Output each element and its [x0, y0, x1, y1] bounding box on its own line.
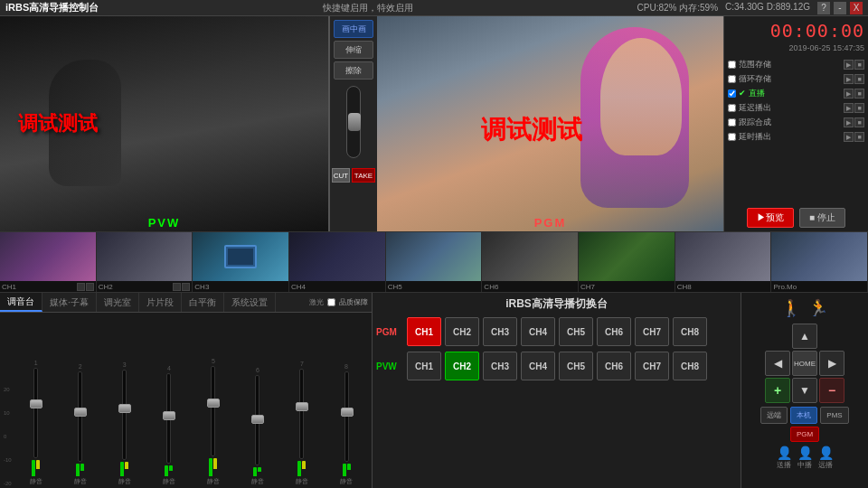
opt-btn-6a[interactable]: ▶ [844, 132, 854, 142]
tab-settings[interactable]: 系统设置 [224, 293, 276, 312]
fader-handle-5[interactable] [207, 399, 220, 408]
help-button[interactable]: ? [817, 2, 830, 14]
home-button[interactable]: HOME [792, 351, 817, 376]
opt-btn-6b[interactable]: ■ [854, 132, 864, 142]
mute-btn-2[interactable]: 静音 [74, 477, 87, 486]
pvw-ch3-btn[interactable]: CH3 [483, 352, 517, 380]
mode-remote-btn[interactable]: 远端 [760, 407, 788, 424]
option-cb-2[interactable] [728, 75, 736, 83]
tab-mixer[interactable]: 调音台 [0, 293, 42, 312]
opt-btn-5b[interactable]: ■ [854, 117, 864, 127]
opt-btn-3a[interactable]: ▶ [844, 89, 854, 99]
shortcut-hint: 快捷键启用，特效启用 [323, 2, 413, 14]
pvw-ch2-btn[interactable]: CH2 [445, 352, 479, 380]
pvw-ch7-btn[interactable]: CH7 [635, 352, 669, 380]
pgm-ch1-btn[interactable]: CH1 [407, 317, 441, 346]
opt-btn-2a[interactable]: ▶ [844, 74, 854, 84]
plus-button[interactable]: + [765, 378, 790, 403]
pgm-ch8-btn[interactable]: CH8 [673, 317, 707, 346]
mute-btn-8[interactable]: 静音 [340, 477, 353, 486]
thumb-ch1[interactable]: CH1 [0, 232, 97, 292]
transition-slider[interactable] [346, 86, 361, 158]
thumb-ch7[interactable]: CH7 [579, 232, 675, 292]
fader-vu-3 [120, 462, 128, 476]
fader-handle-6[interactable] [251, 415, 264, 424]
pvw-ch8-btn[interactable]: CH8 [673, 352, 707, 380]
down-button[interactable]: ▼ [792, 378, 817, 403]
transition-mode-1[interactable]: 画中画 [334, 20, 373, 38]
date-display: 2019-06-25 15:47:35 [728, 43, 864, 52]
close-button[interactable]: X [850, 2, 863, 14]
tab-whitebalance[interactable]: 白平衡 [182, 293, 224, 312]
mode-pms-btn[interactable]: PMS [820, 407, 848, 424]
mute-btn-7[interactable]: 静音 [296, 477, 308, 486]
transition-mode-2[interactable]: 伸缩 [334, 41, 373, 59]
pvw-overlay-text: 调试测试 [18, 110, 98, 137]
thumb-ch1-visual [0, 232, 96, 281]
cpu-info: CPU:82% 内存:59% [637, 2, 718, 14]
opt-btn-2b[interactable]: ■ [854, 74, 864, 84]
person-label-1: 送播 [777, 460, 791, 470]
thumb-ch5[interactable]: CH5 [386, 232, 483, 292]
preview-button[interactable]: ▶预览 [747, 208, 794, 228]
mixer-laser-cb[interactable] [327, 298, 335, 306]
option-cb-1[interactable] [728, 61, 736, 69]
pgm-ch6-btn[interactable]: CH6 [597, 317, 631, 346]
fader-handle-4[interactable] [163, 411, 175, 420]
fader-handle-8[interactable] [341, 408, 354, 417]
pvw-ch4-btn[interactable]: CH4 [521, 352, 555, 380]
tab-clips[interactable]: 片片段 [139, 293, 182, 312]
fader-handle-7[interactable] [296, 402, 308, 411]
opt-btn-3b[interactable]: ■ [854, 89, 864, 99]
thumb-ch4[interactable]: CH4 [289, 232, 386, 292]
option-cb-4[interactable] [728, 104, 736, 112]
right-button[interactable]: ▶ [819, 351, 844, 376]
opt-btn-5a[interactable]: ▶ [844, 117, 854, 127]
thumb-promo[interactable]: Pro.Mo [771, 232, 868, 292]
mute-btn-6[interactable]: 静音 [251, 477, 264, 486]
opt-btn-1b[interactable]: ■ [854, 60, 864, 70]
tab-subtitle[interactable]: 媒体·子幕 [42, 293, 97, 312]
up-button[interactable]: ▲ [792, 324, 817, 349]
mute-btn-4[interactable]: 静音 [163, 477, 175, 486]
pgm-ch5-btn[interactable]: CH5 [559, 317, 593, 346]
option-cb-6[interactable] [728, 133, 736, 141]
fader-track-7 [299, 369, 304, 459]
pvw-ch1-btn[interactable]: CH1 [407, 352, 441, 380]
thumb-ch6-visual [482, 232, 578, 281]
fader-vu-6 [253, 467, 261, 476]
opt-btn-4a[interactable]: ▶ [844, 103, 854, 113]
thumb-ch2[interactable]: CH2 [97, 232, 193, 292]
mute-btn-1[interactable]: 静音 [30, 477, 42, 486]
stop-button[interactable]: ■ 停止 [799, 208, 845, 228]
fader-6: 6 静音 [236, 367, 279, 486]
pgm-ch2-btn[interactable]: CH2 [445, 317, 479, 346]
fader-handle-3[interactable] [118, 404, 131, 413]
opt-btn-1a[interactable]: ▶ [844, 60, 854, 70]
thumb-ch8[interactable]: CH8 [675, 232, 772, 292]
pgm-ch4-btn[interactable]: CH4 [521, 317, 555, 346]
mode-local-btn[interactable]: 本机 [790, 407, 817, 424]
cut-button[interactable]: CUT [332, 168, 350, 183]
thumb-ch6[interactable]: CH6 [482, 232, 579, 292]
fader-handle-2[interactable] [74, 408, 87, 417]
option-cb-3[interactable] [728, 89, 736, 98]
take-button[interactable]: TAKE [352, 168, 375, 183]
mute-btn-5[interactable]: 静音 [207, 477, 220, 486]
option-cb-5[interactable] [728, 118, 736, 127]
mode-pgm-btn[interactable]: PGM [790, 427, 819, 442]
fader-handle-1[interactable] [30, 399, 42, 408]
pgm-ch7-btn[interactable]: CH7 [635, 317, 669, 346]
mute-btn-3[interactable]: 静音 [118, 477, 131, 486]
left-button[interactable]: ◀ [765, 351, 790, 376]
minus-button[interactable]: − [819, 378, 844, 403]
pgm-ch3-btn[interactable]: CH3 [483, 317, 517, 346]
pvw-ch5-btn[interactable]: CH5 [559, 352, 593, 380]
pvw-ch6-btn[interactable]: CH6 [597, 352, 631, 380]
minimize-button[interactable]: - [834, 2, 846, 14]
fader-vu-1 [32, 460, 40, 476]
thumb-ch3[interactable]: CH3 [193, 232, 289, 292]
transition-mode-3[interactable]: 擦除 [334, 61, 373, 80]
opt-btn-4b[interactable]: ■ [854, 103, 864, 113]
tab-lighting[interactable]: 调光室 [97, 293, 139, 312]
